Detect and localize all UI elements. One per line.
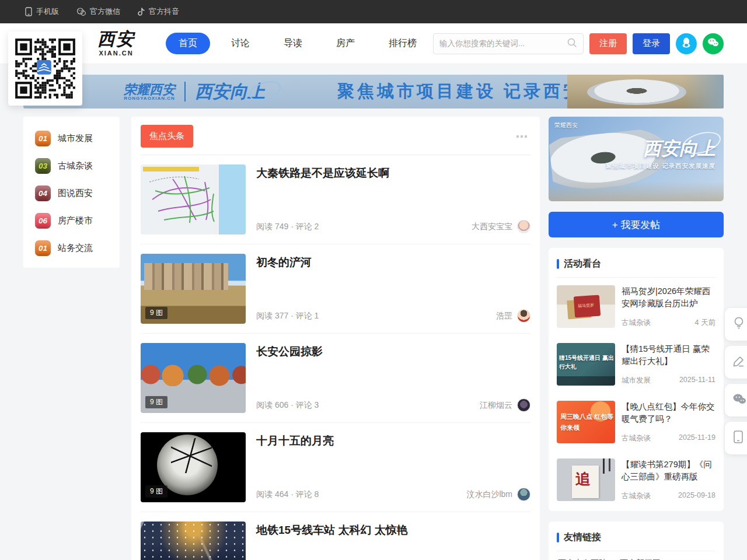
nav-item-discuss[interactable]: 讨论 [218, 33, 263, 54]
section-accent-bar [557, 259, 559, 269]
rail-banner-logo: 荣耀西安 [554, 121, 578, 130]
stadium-photo [567, 75, 724, 108]
nav-item-home[interactable]: 首页 [166, 33, 210, 54]
post-title[interactable]: 长安公园掠影 [256, 344, 530, 359]
image-count-badge: 9 图 [145, 396, 167, 408]
banner-brand-cn: 荣耀西安 [124, 83, 175, 96]
official-douyin-label: 官方抖音 [149, 6, 179, 17]
wechat-icon [732, 393, 746, 407]
post-row-4[interactable]: 9 图 十月十五的月亮 阅读 464 · 评论 8 汶水白沙lbm [141, 423, 530, 512]
post-thumbnail-moon: 9 图 [141, 432, 246, 502]
post-row-1[interactable]: 大秦铁路是不是应该延长啊 阅读 749 · 评论 2 大西安宝宝 [141, 155, 530, 244]
sidebar-item-old-city-talk[interactable]: 03 古城杂谈 [23, 152, 120, 180]
wechat-contact-button[interactable] [725, 384, 747, 416]
sidebar-item-housing-market[interactable]: 06 房产楼市 [23, 207, 120, 235]
section-accent-bar [557, 533, 559, 542]
avatar [517, 220, 530, 233]
post-title[interactable]: 大秦铁路是不是应该延长啊 [256, 166, 530, 181]
post-row-2[interactable]: 9 图 初冬的浐河 阅读 377 · 评论 1 浩罡 [141, 244, 530, 334]
tab-hot-headlines[interactable]: 焦点头条 [141, 125, 193, 148]
rail-banner-campaign: 西安向上 [643, 136, 715, 161]
activity-date: 2025-11-19 [679, 433, 715, 443]
activity-item-3[interactable]: 周三晚八点 红包等你来领 【晚八点红包】今年你交暖气费了吗？ 古城杂谈 2025… [557, 393, 715, 451]
activity-item-2[interactable]: 猜15号线开通日 赢出行大礼 【猜15号线开通日 赢荣耀出行大礼】 城市发展 2… [557, 335, 715, 393]
category-badge: 01 [35, 240, 51, 256]
sidebar-item-photo-xian[interactable]: 04 图说西安 [23, 180, 120, 207]
activity-date: 2025-11-11 [679, 376, 715, 386]
category-badge: 03 [35, 158, 51, 174]
friend-links-panel: 友情链接 西安大兴医院 西安新闻网 [549, 522, 724, 560]
nav-item-ranking[interactable]: 排行榜 [376, 33, 430, 54]
sidebar-item-city-development[interactable]: 01 城市发展 [23, 125, 120, 152]
nav-item-guide[interactable]: 导读 [271, 33, 315, 54]
mobile-icon [732, 430, 744, 446]
banner-campaign-title: 西安向上 [195, 80, 281, 104]
activity-category[interactable]: 古城杂谈 [622, 491, 651, 501]
floating-toolbar [725, 308, 747, 454]
post-author[interactable]: 江柳烟云 [480, 398, 530, 412]
post-title[interactable]: 初冬的浐河 [256, 255, 530, 270]
douyin-icon [138, 8, 145, 16]
post-title[interactable]: 十月十五的月亮 [256, 433, 530, 449]
activity-date: 2025-09-18 [678, 491, 715, 501]
write-post-button[interactable] [725, 346, 747, 379]
site-logo[interactable]: 西安 XIAN.CN [82, 30, 151, 57]
mobile-version-label: 手机版 [36, 6, 59, 17]
rail-campaign-banner[interactable]: 荣耀西安 西安向上 聚焦城市项目建设 记录西安发展速度 [549, 117, 724, 201]
pencil-icon [732, 355, 745, 370]
post-row-3[interactable]: 9 图 长安公园掠影 阅读 606 · 评论 3 江柳烟云 [141, 334, 530, 423]
search-input[interactable] [439, 39, 567, 48]
official-wechat-label: 官方微信 [90, 6, 120, 17]
post-author[interactable]: 汶水白沙lbm [466, 488, 530, 501]
post-author[interactable]: 大西安宝宝 [472, 220, 530, 233]
wechat-login-button[interactable] [703, 33, 724, 54]
right-rail: 荣耀西安 西安向上 聚焦城市项目建设 记录西安发展速度 + 我要发帖 活动看台 … [549, 117, 724, 560]
wechat-icon [707, 37, 719, 50]
login-button[interactable]: 登录 [633, 33, 670, 54]
search-icon[interactable] [567, 37, 577, 50]
mobile-icon [25, 7, 33, 16]
nav-item-realestate[interactable]: 房产 [323, 33, 368, 54]
activity-thumbnail-book [557, 459, 615, 501]
main-feed: 焦点头条 大秦铁路是不是应该延长啊 阅读 749 · 评论 2 大西安宝宝 [131, 117, 540, 560]
mobile-version-link[interactable]: 手机版 [25, 6, 59, 17]
wechat-icon [76, 8, 86, 16]
activity-category[interactable]: 古城杂谈 [622, 318, 651, 328]
register-button[interactable]: 注册 [589, 33, 627, 54]
category-badge: 04 [35, 186, 51, 201]
official-douyin-link[interactable]: 官方抖音 [138, 6, 179, 17]
avatar [517, 398, 530, 412]
post-title[interactable]: 地铁15号线车站 太科幻 太惊艳 [256, 523, 530, 538]
sidebar-item-site-affairs[interactable]: 01 站务交流 [23, 235, 120, 262]
activity-thumbnail-metro-event: 猜15号线开通日 赢出行大礼 [557, 343, 615, 386]
banner-brand-en: RONGYAOXIAN.CN [124, 96, 175, 101]
activity-panel-header: 活动看台 [557, 256, 715, 278]
new-post-button[interactable]: + 我要发帖 [549, 212, 724, 237]
campaign-banner[interactable]: 荣耀西安 RONGYAOXIAN.CN 西安向上 聚焦城市项目建设 记录西安发展… [23, 75, 724, 108]
post-thumbnail-park: 9 图 [141, 343, 246, 413]
qq-login-button[interactable] [676, 33, 697, 54]
activity-item-1[interactable]: 福马贺岁|2026年荣耀西安网珍藏版台历出炉 古城杂谈 4 天前 [557, 278, 715, 335]
avatar [517, 488, 530, 501]
avatar [517, 309, 530, 323]
activity-thumbnail-calendar [557, 285, 615, 328]
official-wechat-link[interactable]: 官方微信 [76, 6, 120, 17]
activity-item-4[interactable]: 【耀读书第279期】《问心三部曲》重磅再版 古城杂谈 2025-09-18 [557, 451, 715, 509]
post-author[interactable]: 浩罡 [496, 309, 530, 323]
feedback-button[interactable] [725, 308, 747, 341]
activity-panel: 活动看台 福马贺岁|2026年荣耀西安网珍藏版台历出炉 古城杂谈 4 天前 猜1… [549, 248, 724, 511]
activity-date: 4 天前 [695, 318, 715, 328]
friend-links-header: 友情链接 [557, 529, 715, 551]
friend-links-title: 友情链接 [564, 531, 601, 544]
mobile-app-button[interactable] [725, 422, 747, 454]
post-stats: 阅读 606 · 评论 3 [256, 400, 319, 411]
activity-category[interactable]: 古城杂谈 [622, 433, 651, 443]
banner-brand: 荣耀西安 RONGYAOXIAN.CN [124, 83, 175, 101]
content-area: 01 城市发展 03 古城杂谈 04 图说西安 06 房产楼市 01 站务交流 … [23, 117, 724, 560]
site-logo-cn: 西安 [82, 30, 151, 48]
activity-category[interactable]: 城市发展 [622, 376, 651, 386]
post-row-5[interactable]: 地铁15号线车站 太科幻 太惊艳 [141, 512, 530, 560]
more-icon[interactable] [513, 132, 530, 141]
site-header: 西安 XIAN.CN 首页 讨论 导读 房产 排行榜 注册 登录 [0, 23, 747, 64]
rail-banner-slogan: 聚焦城市项目建设 记录西安发展速度 [606, 162, 715, 170]
